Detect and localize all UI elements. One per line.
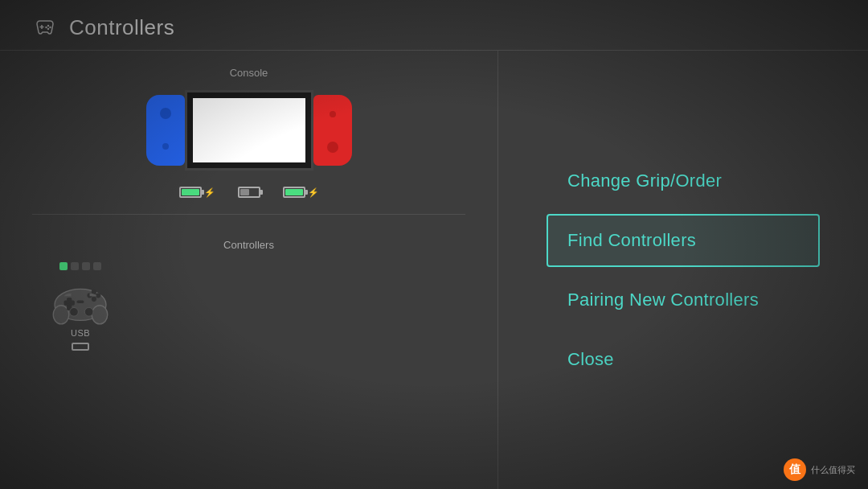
battery-left: ⚡ [179, 187, 215, 198]
page-title: Controllers [69, 15, 174, 40]
svg-rect-10 [64, 301, 75, 306]
right-panel: Change Grip/Order Find Controllers Pairi… [498, 51, 868, 489]
bolt-right-icon: ⚡ [308, 187, 319, 198]
change-grip-button[interactable]: Change Grip/Order [547, 154, 820, 208]
dot-4 [93, 262, 101, 270]
gamepad-icon [48, 277, 113, 325]
svg-point-3 [49, 27, 51, 28]
svg-point-5 [45, 27, 47, 28]
dot-3 [82, 262, 90, 270]
joycon-right [313, 95, 352, 166]
battery-left-fill [182, 189, 199, 195]
battery-right: ⚡ [283, 187, 319, 198]
switch-screen [193, 98, 305, 162]
left-panel: Console [0, 51, 498, 489]
bolt-left-icon: ⚡ [204, 187, 215, 198]
svg-point-13 [92, 297, 96, 302]
joycon-left [146, 95, 185, 166]
console-section: Console [32, 67, 465, 215]
controller-icon [32, 14, 58, 40]
controller-item: USB [48, 262, 113, 351]
svg-point-12 [84, 307, 93, 316]
dot-2 [71, 262, 79, 270]
battery-center [238, 187, 260, 198]
battery-center-icon [238, 187, 260, 198]
switch-body [185, 90, 313, 171]
svg-rect-17 [77, 301, 84, 304]
controllers-section: Controllers [32, 231, 465, 351]
controllers-label: Controllers [32, 239, 465, 251]
main-content: Console [0, 51, 868, 489]
battery-row: ⚡ ⚡ [179, 187, 319, 198]
usb-label: USB [71, 328, 90, 338]
controllers-page: Controllers Console [0, 0, 868, 489]
pairing-new-controllers-button[interactable]: Pairing New Controllers [547, 273, 820, 327]
watermark-logo: 值 [784, 458, 806, 481]
svg-point-7 [53, 306, 69, 324]
page-header: Controllers [0, 0, 868, 51]
dot-1 [59, 262, 68, 270]
battery-center-fill [240, 189, 249, 195]
close-button[interactable]: Close [547, 333, 820, 386]
svg-point-15 [96, 293, 100, 298]
svg-point-4 [47, 28, 49, 30]
watermark: 值 什么值得买 [784, 458, 855, 481]
switch-console [146, 90, 352, 171]
svg-point-11 [70, 307, 79, 316]
svg-point-8 [92, 306, 108, 324]
watermark-text: 什么值得买 [811, 464, 855, 476]
player-dots [59, 262, 101, 270]
battery-left-icon [179, 187, 202, 198]
battery-right-icon [283, 187, 305, 198]
find-controllers-button[interactable]: Find Controllers [547, 214, 820, 267]
console-label: Console [230, 67, 268, 79]
usb-port-icon [72, 343, 89, 351]
svg-point-2 [47, 25, 49, 27]
battery-right-fill [285, 189, 303, 195]
